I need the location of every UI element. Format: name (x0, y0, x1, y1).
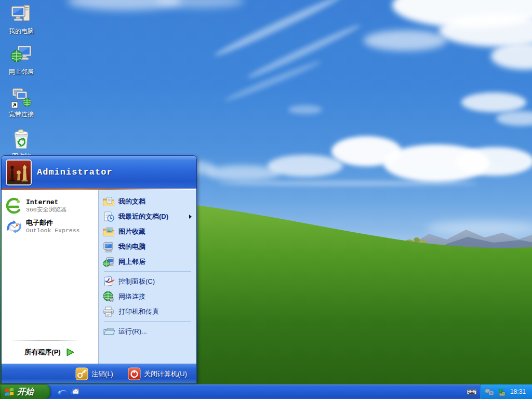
desktop-icon-my-computer[interactable]: 我的电脑 (0, 2, 43, 36)
start-menu: Administrator Internet 360安全浏览器 (1, 155, 197, 383)
all-programs-divider (12, 340, 77, 341)
all-programs-label: 所有程序(P) (24, 348, 60, 357)
power-icon (128, 367, 141, 380)
menu-item-label: 控制面板(C) (118, 277, 155, 286)
log-off-button[interactable]: 注销(L) (73, 366, 115, 381)
taskbar-clock[interactable]: 18:31 (510, 388, 526, 395)
green-arrow-icon (65, 347, 75, 357)
submenu-arrow-icon (189, 215, 192, 219)
log-off-label: 注销(L) (91, 369, 113, 379)
log-off-key-icon (75, 367, 88, 380)
menu-item-label: 运行(R)... (118, 327, 147, 336)
menu-item-my-computer[interactable]: 我的电脑 (99, 239, 196, 254)
control-panel-icon (102, 275, 115, 288)
broadband-connection-icon (9, 85, 33, 109)
tray-safety-icon[interactable] (497, 387, 507, 397)
pinned-item-title: Internet (26, 198, 66, 206)
network-places-icon (9, 43, 33, 66)
input-method-keyboard-icon[interactable] (466, 386, 478, 397)
desktop: 我的电脑 网上邻居 (0, 0, 532, 399)
printers-faxes-icon (102, 305, 115, 318)
menu-item-label: 网络连接 (118, 292, 145, 301)
my-computer-icon (102, 241, 115, 253)
menu-divider (104, 321, 191, 322)
outlook-express-quicklaunch-icon[interactable] (71, 387, 80, 396)
run-icon (102, 325, 115, 338)
menu-item-my-documents[interactable]: 我的文档 (99, 194, 196, 209)
outlook-express-icon (6, 218, 22, 235)
recycle-bin-icon (9, 127, 33, 151)
pinned-item-email[interactable]: 电子邮件 Outlook Express (2, 216, 98, 237)
desktop-icon-label: 宽带连接 (9, 110, 34, 119)
all-programs-button[interactable]: 所有程序(P) (2, 344, 98, 361)
desktop-icon-network-places[interactable]: 网上邻居 (0, 43, 43, 76)
recent-documents-icon (102, 210, 115, 223)
network-places-icon (102, 256, 115, 268)
pinned-item-title: 电子邮件 (26, 219, 80, 227)
menu-item-label: 我的文档 (118, 197, 145, 206)
pinned-item-internet[interactable]: Internet 360安全浏览器 (2, 195, 98, 216)
pinned-item-subtitle: 360安全浏览器 (26, 206, 66, 214)
menu-item-label: 我的电脑 (118, 242, 145, 251)
start-menu-right-column: 我的文档 我最近的文档(D) (99, 190, 196, 364)
menu-item-run[interactable]: 运行(R)... (99, 324, 196, 339)
my-pictures-icon (102, 225, 115, 238)
start-menu-footer: 注销(L) 关闭计算机(U) (2, 364, 196, 383)
start-menu-header: Administrator (2, 156, 196, 189)
menu-item-label: 网上邻居 (118, 257, 145, 267)
start-menu-body: Internet 360安全浏览器 电子邮件 (2, 190, 196, 364)
menu-item-label: 打印机和传真 (118, 307, 159, 316)
menu-item-label: 我最近的文档(D) (118, 212, 168, 221)
360-browser-icon (6, 197, 22, 214)
menu-item-my-pictures[interactable]: 图片收藏 (99, 224, 196, 239)
network-connections-icon (102, 290, 115, 303)
windows-flag-icon (4, 387, 15, 397)
start-button-label: 开始 (17, 387, 39, 397)
desktop-icon-broadband[interactable]: 宽带连接 (0, 85, 43, 119)
desktop-icon-label: 我的电脑 (9, 27, 34, 36)
turn-off-button[interactable]: 关闭计算机(U) (126, 366, 189, 381)
chess-avatar-image (7, 161, 31, 184)
my-computer-icon (9, 2, 33, 26)
tray-network-icon[interactable] (485, 387, 495, 397)
menu-divider (104, 271, 191, 272)
system-tray: 18:31 (480, 384, 532, 399)
menu-item-recent-documents[interactable]: 我最近的文档(D) (99, 209, 196, 224)
quick-launch-bar: e (54, 384, 83, 399)
start-menu-left-column: Internet 360安全浏览器 电子邮件 (2, 190, 99, 364)
menu-item-control-panel[interactable]: 控制面板(C) (99, 274, 196, 289)
my-documents-icon (102, 195, 115, 208)
user-name: Administrator (37, 167, 113, 177)
user-avatar[interactable] (6, 159, 32, 185)
menu-item-printers-faxes[interactable]: 打印机和传真 (99, 304, 196, 319)
pinned-item-subtitle: Outlook Express (26, 227, 80, 234)
internet-explorer-icon[interactable]: e (57, 387, 66, 396)
menu-item-network-connections[interactable]: 网络连接 (99, 289, 196, 304)
start-button[interactable]: 开始 (0, 384, 50, 399)
turn-off-label: 关闭计算机(U) (144, 369, 187, 379)
desktop-icon-label: 网上邻居 (9, 68, 34, 76)
taskbar: 开始 e (0, 384, 532, 399)
menu-item-network-places[interactable]: 网上邻居 (99, 254, 196, 269)
menu-item-label: 图片收藏 (118, 227, 145, 236)
